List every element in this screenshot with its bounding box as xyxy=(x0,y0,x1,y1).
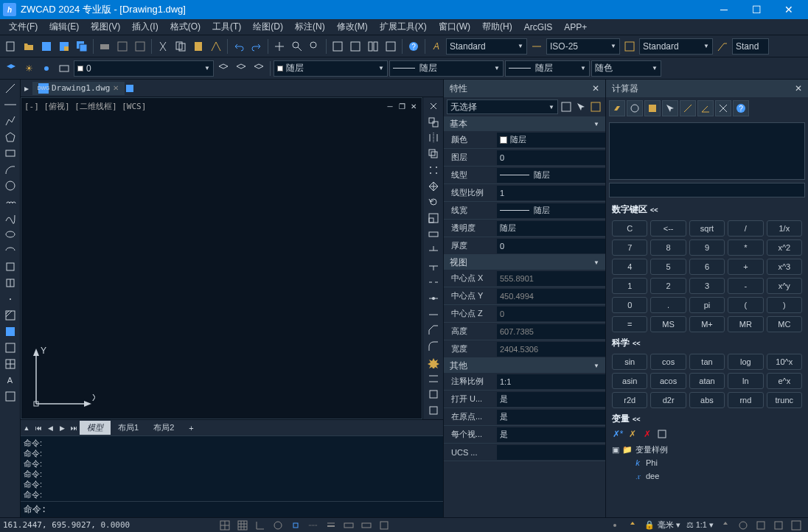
tab-nav-hide[interactable]: ▲ xyxy=(21,421,32,435)
coordinates[interactable]: 161.2447, 695.9027, 0.0000 xyxy=(3,520,216,530)
calc-btn-C[interactable]: C xyxy=(612,220,647,237)
saveall-button[interactable] xyxy=(74,38,90,55)
table-button[interactable] xyxy=(2,357,18,371)
prop-height-value[interactable]: 607.7385 xyxy=(497,324,605,339)
prop-cz-value[interactable]: 0 xyxy=(497,307,605,321)
calc-btn-asin[interactable]: asin xyxy=(612,373,647,389)
var-delete-icon[interactable]: ✗ xyxy=(641,428,653,440)
zoom-prev-button[interactable] xyxy=(307,38,323,55)
quick-select-icon[interactable] xyxy=(560,100,573,113)
table-style-dropdown[interactable]: Standard▼ xyxy=(639,38,713,55)
arc-button[interactable] xyxy=(2,162,18,177)
preview-button[interactable] xyxy=(114,38,130,55)
calc-clear-icon[interactable] xyxy=(609,100,625,116)
tab-pin-icon[interactable]: ▸ xyxy=(21,83,32,94)
plotstyle-dropdown[interactable]: 随色▼ xyxy=(591,60,661,77)
prop-origin-value[interactable]: 是 xyxy=(497,410,605,424)
close-button[interactable]: ✕ xyxy=(773,0,805,19)
prop-layer-value[interactable]: 0 xyxy=(497,150,605,165)
rect-button[interactable] xyxy=(2,146,18,161)
calc-btn-1_x[interactable]: 1/x xyxy=(767,220,802,237)
cycle-button[interactable] xyxy=(358,519,375,532)
calc-history-display[interactable] xyxy=(609,122,805,180)
calc-dist-icon[interactable] xyxy=(680,100,696,116)
fillet-button[interactable] xyxy=(425,339,442,354)
prop-ltype-value[interactable]: 随层 xyxy=(497,168,605,183)
trim-button[interactable] xyxy=(425,243,442,258)
align-button[interactable] xyxy=(425,371,442,386)
open-button[interactable] xyxy=(21,38,37,55)
section-other[interactable]: 其他▼ xyxy=(444,358,605,373)
dyn-input-button[interactable] xyxy=(341,519,357,532)
calc-btn-6[interactable]: 6 xyxy=(689,259,725,275)
layer-dropdown[interactable]: 0▼ xyxy=(74,60,214,77)
match-button[interactable] xyxy=(208,38,224,55)
var-calc-icon[interactable] xyxy=(656,428,668,440)
calc-btn-M_[interactable]: M+ xyxy=(689,316,725,332)
menu-insert[interactable]: 插入(I) xyxy=(126,19,164,35)
calc-input-field[interactable] xyxy=(609,183,805,197)
calc-btn-x_y[interactable]: x^y xyxy=(767,278,802,294)
calc-btn-MS[interactable]: MS xyxy=(650,316,686,332)
prop-trans-value[interactable]: 随层 xyxy=(497,221,605,236)
anno-visibility-button[interactable] xyxy=(607,519,623,532)
command-input[interactable] xyxy=(49,504,440,515)
undo-button[interactable] xyxy=(231,38,247,55)
section-basic[interactable]: 基本▼ xyxy=(444,116,605,131)
calc-btn-x_3[interactable]: x^3 xyxy=(767,259,802,275)
explode-button[interactable] xyxy=(425,355,442,370)
tab-nav-last[interactable]: ⏭ xyxy=(68,421,80,435)
calc-btn-_[interactable]: . xyxy=(650,297,686,313)
prop-ltscale-value[interactable]: 1 xyxy=(497,186,605,200)
layer-iso-button[interactable] xyxy=(38,60,55,77)
array-button[interactable] xyxy=(425,163,442,178)
calc-btn-atan[interactable]: atan xyxy=(689,373,725,389)
layer-match-button[interactable] xyxy=(251,60,267,77)
calc-btn-_[interactable]: ( xyxy=(728,297,763,313)
calc-btn-e^x[interactable]: e^x xyxy=(767,373,802,389)
calc-btn-r2d[interactable]: r2d xyxy=(612,392,647,408)
paste-button[interactable] xyxy=(190,38,206,55)
erase-button[interactable] xyxy=(425,99,442,113)
lineweight-dropdown[interactable]: 随层▼ xyxy=(505,60,590,77)
line-button[interactable] xyxy=(2,81,18,96)
viewport-close-icon[interactable]: ✕ xyxy=(408,101,419,111)
menu-tools[interactable]: 工具(T) xyxy=(206,19,247,35)
calc-btn-_[interactable]: + xyxy=(728,259,763,275)
calc-btn-rnd[interactable]: rnd xyxy=(728,392,763,408)
menu-dimension[interactable]: 标注(N) xyxy=(289,19,331,35)
mtext-button[interactable]: A xyxy=(2,373,18,388)
calc-button[interactable] xyxy=(383,38,399,55)
calc-btn-sin[interactable]: sin xyxy=(612,354,647,370)
menu-edit[interactable]: 编辑(E) xyxy=(43,19,85,35)
maximize-button[interactable]: ☐ xyxy=(740,0,773,19)
pickadd-icon[interactable] xyxy=(589,100,602,113)
menu-view[interactable]: 视图(V) xyxy=(85,19,126,35)
calc-btn-___[interactable]: <-- xyxy=(650,220,686,237)
rotate-button[interactable] xyxy=(425,195,442,210)
osnap-button[interactable] xyxy=(288,519,304,532)
calc-btn-_[interactable]: - xyxy=(728,278,763,294)
calc-btn-MC[interactable]: MC xyxy=(767,316,802,332)
calc-intersect-icon[interactable] xyxy=(715,100,731,116)
selection-dropdown[interactable]: 无选择▼ xyxy=(447,99,558,114)
calc-btn-3[interactable]: 3 xyxy=(689,278,725,294)
anno-autoscale-button[interactable] xyxy=(624,519,641,532)
break-button[interactable] xyxy=(425,275,442,290)
tab-close-icon[interactable]: ✕ xyxy=(113,84,119,92)
grid-button[interactable] xyxy=(234,519,251,532)
break-point-button[interactable] xyxy=(425,291,442,306)
clean-screen-button[interactable] xyxy=(788,519,804,532)
save-button[interactable] xyxy=(38,38,55,55)
prop-open-value[interactable]: 是 xyxy=(497,392,605,407)
color-dropdown[interactable]: 随层▼ xyxy=(274,60,388,77)
document-tab[interactable]: DWG Drawing1.dwg ✕ xyxy=(32,82,125,95)
print-button[interactable] xyxy=(97,38,113,55)
tab-model[interactable]: 模型 xyxy=(80,421,111,435)
extend-button[interactable] xyxy=(425,259,442,274)
new-button[interactable] xyxy=(3,38,19,55)
block-button[interactable] xyxy=(2,276,18,290)
layer-filter-button[interactable] xyxy=(215,60,231,77)
calc-btn-trunc[interactable]: trunc xyxy=(767,392,802,408)
join-button[interactable] xyxy=(425,307,442,322)
